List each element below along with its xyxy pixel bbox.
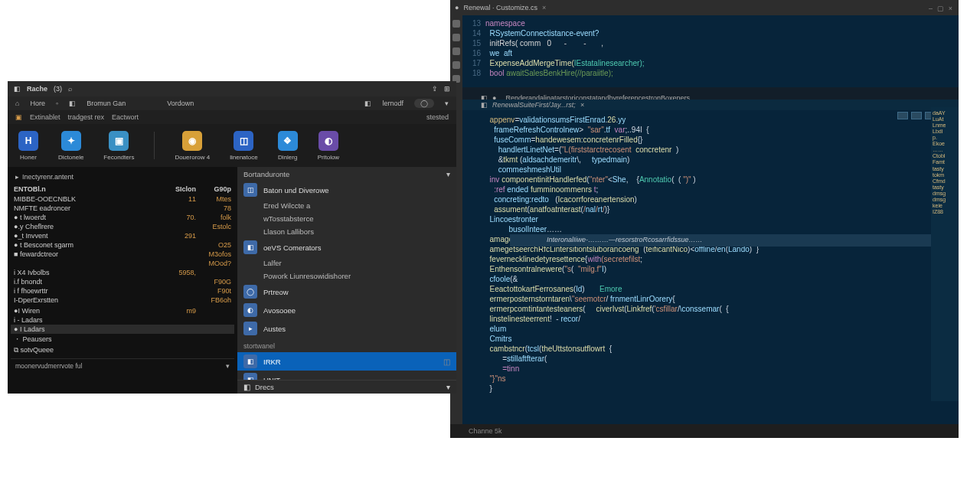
new-window-icon[interactable]: ⊞	[444, 85, 450, 93]
location-path: Inectyrenr.antent	[22, 173, 74, 181]
table-row[interactable]: ⧉ sotvQueee	[11, 345, 234, 355]
table-row[interactable]: ●_t Invvent291	[11, 231, 234, 240]
menu-item[interactable]: ◧oeVS Comerators	[237, 238, 456, 256]
file-tree: ▸ Inectyrenr.antent ENTOBl.n SIclon G90p…	[8, 167, 237, 394]
menu-item-label: Avosooee	[263, 306, 296, 315]
editor-viewport[interactable]: 13namespace14 RSystemConnectistance-even…	[462, 15, 959, 424]
table-row[interactable]: MIBBE-OOECNBLK11Mtes	[11, 194, 234, 204]
tile-icon: H	[18, 131, 38, 151]
toolbar-bookmark[interactable]: Bromun Gan	[87, 100, 126, 107]
home-icon[interactable]: ⌂	[15, 100, 19, 107]
toolbar-home[interactable]: Hore	[30, 100, 45, 107]
chevron-down-icon[interactable]: ▾	[445, 100, 449, 107]
location-bar[interactable]: ▸ Inectyrenr.antent	[11, 170, 234, 184]
chevron-down-icon[interactable]: ▾	[446, 383, 450, 391]
toolbar-pill[interactable]: ◯	[414, 99, 434, 108]
code-pane-top: 13namespace14 RSystemConnectistance-even…	[462, 15, 959, 81]
table-row[interactable]: MOod?	[11, 259, 234, 268]
tab-2[interactable]: tradgest rex	[68, 113, 105, 121]
debug-icon[interactable]	[452, 61, 460, 69]
menu-item[interactable]: Ered Wilccte a	[237, 199, 456, 212]
col-size[interactable]: SIclon	[165, 185, 196, 193]
menu-item[interactable]: Llason Lallibors	[237, 225, 456, 238]
breadcrumb-icon: ◧	[481, 101, 488, 109]
menu-item-icon: ◐	[243, 303, 257, 317]
table-row[interactable]: ●.у CheflrereEstolc	[11, 222, 234, 231]
minimize-icon[interactable]: –	[927, 5, 934, 11]
tile-fecondters[interactable]: ▣Fecondters	[103, 131, 134, 161]
menu-item[interactable]: ◯Prtreow	[237, 283, 456, 301]
table-row[interactable]: I-DperExrsttenFB6oh	[11, 296, 234, 305]
menu-item[interactable]: ◐Avosooee	[237, 301, 456, 319]
menu-item[interactable]: Lalfer	[237, 256, 456, 270]
breadcrumb-close-icon[interactable]: ×	[580, 101, 584, 109]
git-icon[interactable]	[452, 47, 460, 55]
menu-item-label: Prtreow	[263, 288, 289, 296]
search-icon[interactable]: ⌕	[68, 85, 72, 93]
menu-item[interactable]: wTosstabsterce	[237, 212, 456, 225]
table-row[interactable]: i.f bnondtF90G	[11, 277, 234, 286]
app-title: Rache	[27, 85, 47, 93]
menu-item[interactable]: ◧UNIT	[237, 371, 456, 380]
tile-label: linenatoce	[230, 154, 257, 161]
tile-douerorow 4[interactable]: ◉Douerorow 4	[175, 131, 210, 161]
tile-dinlerg[interactable]: ❖Dinlerg	[278, 131, 298, 161]
table-row[interactable]: i X4 Ivbolbs5958,	[11, 268, 234, 277]
breadcrumb-bar: ◧ RenewalSuiteFirst/Jay...rst; ×	[462, 100, 959, 110]
shell-titlebar[interactable]: ◧ Rache (3) ⌕ ⇪ ⊞	[8, 81, 456, 96]
files-icon[interactable]	[452, 20, 460, 28]
target-icon: ◧	[69, 100, 76, 107]
menu-item[interactable]: Powork Liunresowidishorer	[237, 270, 456, 283]
tile-honer[interactable]: HHoner	[18, 131, 38, 161]
toolbar-process[interactable]: lernodf	[382, 100, 403, 107]
table-row[interactable]: ● I Ladars	[11, 325, 234, 334]
menu-item-icon: ◧	[243, 240, 257, 254]
table-row[interactable]: ■ fewardctreorM3ofos	[11, 250, 234, 259]
table-row[interactable]: i - Ladars	[11, 315, 234, 325]
tree-header: ENTOBl.n SIclon G90p	[11, 184, 234, 194]
tile-pritolow[interactable]: ◐Pritolow	[318, 131, 339, 161]
search-icon[interactable]	[452, 34, 460, 41]
tile-linenatoce[interactable]: ◫linenatoce	[230, 131, 257, 161]
maximize-icon[interactable]: ▢	[937, 5, 944, 11]
menu-item-icon: ▸	[243, 322, 257, 335]
menu-item-trailing-icon: ◫	[443, 358, 450, 366]
menu-item[interactable]: ◧IRKR◫	[237, 352, 456, 371]
table-row[interactable]: NMFTE eadroncer78	[11, 204, 234, 213]
menu-item[interactable]: ◫Baton und Diverowe	[237, 181, 456, 199]
app-icon: ◧	[14, 85, 21, 93]
view-icon: ◧	[364, 100, 371, 107]
table-row[interactable]: ● t lwoerdt70.folk	[11, 213, 234, 222]
menu-item-label: IRKR	[263, 358, 281, 366]
footer-label[interactable]: Drecs	[255, 383, 274, 391]
tile-dictonele[interactable]: ✦Dictonele	[58, 131, 83, 161]
tile-label: Dictonele	[58, 154, 83, 161]
editor-titlebar[interactable]: ● Renewal · Customize.cs × – ▢ ×	[450, 0, 959, 15]
tab-1[interactable]: Extinablet	[30, 113, 60, 121]
menu-item-icon: ◧	[243, 354, 257, 368]
chevron-down-icon[interactable]: ▾	[226, 362, 230, 370]
table-row[interactable]: ● t Besconet sgarmO25	[11, 240, 234, 250]
toolbar-view[interactable]: Vordown	[167, 100, 194, 107]
col-type[interactable]: G90p	[196, 185, 231, 193]
table-row[interactable]: i f fhoewrttrF90t	[11, 286, 234, 296]
tab-row: ▣ Extinablet tradgest rex Eactwort stest…	[8, 110, 456, 124]
tab-3[interactable]: Eactwort	[112, 113, 139, 121]
breadcrumb-path[interactable]: RenewalSuiteFirst/Jay...rst;	[492, 101, 576, 109]
col-name[interactable]: ENTOBl.n	[14, 185, 165, 193]
close-icon[interactable]: ×	[947, 5, 954, 11]
chevron-down-icon[interactable]: ▾	[446, 170, 450, 178]
minimap[interactable]: daAYLuAtLnmeLbdlp.Ekoe……CtoblFamttastyto…	[931, 107, 959, 401]
inline-hint: InteronalIiwe-………—resorstroRcosarrfidssu…	[510, 234, 939, 247]
code-editor-window: ● Renewal · Customize.cs × – ▢ × 13names…	[450, 0, 959, 438]
tab-close-icon[interactable]: ×	[542, 4, 546, 11]
menu-item-label: oeVS Comerators	[263, 243, 322, 252]
table-row[interactable]: ●I Wirenm9	[11, 306, 234, 315]
table-row[interactable]: ・ Peausers	[11, 334, 234, 345]
menu-item-label: wTosstabsterce	[263, 214, 313, 223]
app-mode: (3)	[54, 85, 62, 93]
share-icon[interactable]: ⇪	[432, 85, 438, 93]
menu-item-label: Baton und Diverowe	[263, 186, 329, 194]
footer-icon: ◧	[243, 383, 250, 391]
menu-item[interactable]: ▸Austes	[237, 319, 456, 338]
